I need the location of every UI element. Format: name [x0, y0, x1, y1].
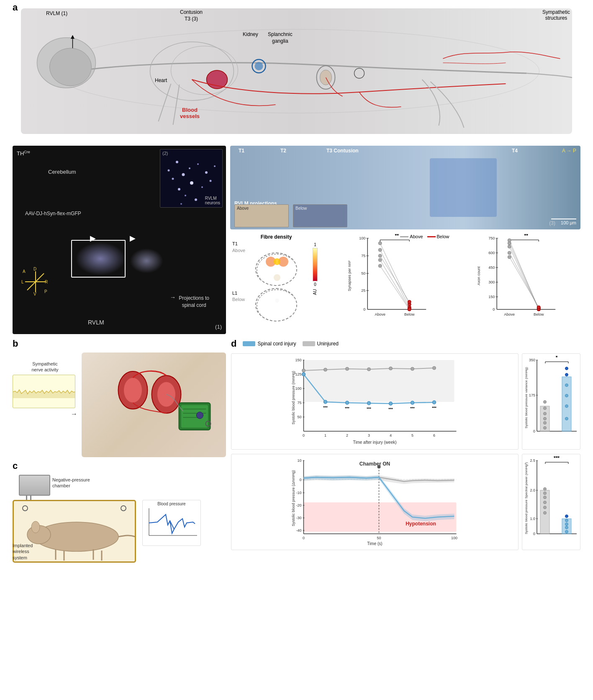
svg-point-107: [508, 239, 511, 242]
colorbar-max: 1: [314, 242, 316, 247]
svg-point-159: [346, 367, 349, 371]
svg-point-20: [178, 188, 180, 190]
svg-point-208: [565, 417, 568, 420]
above-inset-label: Above: [237, 206, 249, 211]
svg-point-14: [182, 173, 185, 176]
svg-point-261: [565, 526, 568, 529]
svg-text:150: 150: [488, 295, 495, 299]
svg-text:300: 300: [488, 280, 495, 284]
t1-section-label: T1: [232, 241, 238, 246]
svg-text:Time after injury (week): Time after injury (week): [353, 440, 396, 445]
below-inset: Below: [293, 204, 347, 227]
svg-point-44: [257, 290, 297, 322]
svg-point-73: [408, 308, 411, 311]
implanted-label: Implanted wireless system: [13, 543, 33, 561]
svg-point-203: [565, 367, 568, 370]
svg-text:10: 10: [297, 458, 301, 463]
spectral-power-chart: 2.5 2.0 1.0 0 Systolic blood pressure Sp…: [522, 454, 580, 550]
below-inset-label: Below: [295, 206, 307, 211]
panel-b-label: b: [13, 338, 226, 349]
t3-label: T3 Contusion: [326, 148, 359, 154]
microscopy-panel: THCre Cerebellum AAV-DJ-hSyn-flex-mGFP ▶…: [13, 146, 226, 334]
svg-text:350: 350: [529, 358, 535, 362]
svg-point-205: [565, 384, 568, 387]
d-bottom-row: 10 0 -10 -20 -30 -40 0 5: [231, 454, 580, 550]
svg-point-160: [367, 368, 371, 371]
svg-text:2: 2: [346, 433, 348, 438]
svg-text:2.5: 2.5: [530, 458, 535, 463]
blood-vessels-text: Blood vessels: [180, 107, 200, 119]
annotation-sympathetic: Sympathetic structures: [542, 9, 570, 21]
svg-text:50: 50: [377, 536, 381, 540]
number-3-label: (3): [549, 220, 555, 226]
number-2-label: (2): [162, 151, 168, 156]
svg-point-16: [205, 171, 208, 174]
inset-panel-2: RVLM neurons (2): [160, 149, 223, 208]
number-1-label: (1): [215, 324, 222, 330]
panel-a-illustration: RVLM (1) Contusion T3 (3) Sympathetic st…: [21, 8, 572, 134]
svg-text:0: 0: [493, 307, 495, 311]
svg-text:100: 100: [451, 536, 457, 540]
svg-point-10: [354, 68, 365, 78]
svg-point-259: [565, 519, 568, 522]
svg-point-196: [544, 401, 547, 404]
neuron-glow-2: [130, 248, 163, 273]
fiber-title: Fibre density: [232, 234, 320, 240]
colorbar-container: 1 0 AU: [312, 242, 318, 294]
svg-text:**: **: [524, 234, 528, 239]
uninjured-legend: Uninjured: [303, 341, 339, 347]
svg-line-106: [509, 240, 539, 309]
axon-panel: 750 600 450 300 150 0 Axon count: [455, 232, 581, 334]
nerve-activity-panel: Sympathetic nerve activity →: [13, 361, 77, 457]
svg-text:***: ***: [432, 406, 436, 410]
panel-d-label: d: [231, 338, 236, 349]
svg-text:0: 0: [299, 478, 301, 482]
chamber-bp-chart: 10 0 -10 -20 -30 -40 0 5: [231, 454, 519, 550]
svg-point-43: [274, 274, 280, 281]
svg-point-124: [197, 412, 203, 419]
right-panels: T1 T2 T3 Contusion T4 A → P RVLM project…: [230, 146, 580, 334]
t4-label: T4: [512, 148, 518, 154]
l1-section-label: L1: [232, 291, 237, 296]
device-unit: [19, 475, 50, 496]
axon-chart-svg: 750 600 450 300 150 0 Axon count: [457, 234, 579, 326]
svg-text:***: ***: [554, 456, 560, 461]
svg-text:Hypotension: Hypotension: [406, 521, 436, 527]
annotation-blood-vessels: Blood vessels: [180, 107, 200, 119]
svg-text:Systolic blood pressure (ΔmmHg: Systolic blood pressure (ΔmmHg): [291, 470, 295, 526]
uninjured-legend-label: Uninjured: [317, 341, 339, 347]
svg-point-60: [378, 242, 382, 245]
svg-text:75: 75: [297, 401, 301, 405]
svg-text:3: 3: [368, 433, 370, 438]
svg-text:Axon count: Axon count: [477, 266, 481, 286]
svg-text:*: *: [556, 356, 558, 360]
panel-c-label: c: [13, 461, 226, 471]
svg-point-19: [201, 186, 203, 188]
svg-point-24: [214, 165, 216, 167]
variance-svg: 350 175 0 Systolic blood pressure varian…: [524, 356, 579, 446]
svg-point-66: [378, 254, 382, 257]
svg-point-256: [544, 512, 547, 515]
svg-point-161: [389, 367, 393, 370]
svg-text:***: ***: [388, 407, 393, 411]
svg-text:100: 100: [295, 386, 301, 391]
bp-small-chart: Blood pressure: [142, 500, 201, 546]
t2-label: T2: [280, 148, 286, 154]
svg-text:***: ***: [410, 406, 415, 410]
projection-arrow: →: [170, 294, 176, 301]
svg-text:Systolic blood pressure (mmHg): Systolic blood pressure (mmHg): [291, 371, 295, 425]
svg-text:0: 0: [303, 536, 305, 540]
annotation-heart: Heart: [155, 77, 167, 83]
svg-point-206: [565, 394, 568, 397]
svg-text:50: 50: [361, 271, 365, 275]
bp-label: Blood pressure: [143, 500, 200, 506]
cerebellum-label: Cerebellum: [48, 169, 76, 175]
svg-text:Systolic blood pressure varian: Systolic blood pressure variance (mmHg): [524, 367, 528, 429]
svg-text:6: 6: [433, 433, 435, 438]
contusion-text: Contusion T3 (3): [180, 9, 203, 22]
svg-text:50: 50: [297, 415, 301, 419]
kidney-illustration: [82, 353, 226, 457]
svg-point-164: [302, 373, 305, 376]
svg-text:0: 0: [533, 532, 535, 536]
panel-d-area: d Spinal cord injury Uninjured: [231, 338, 580, 567]
